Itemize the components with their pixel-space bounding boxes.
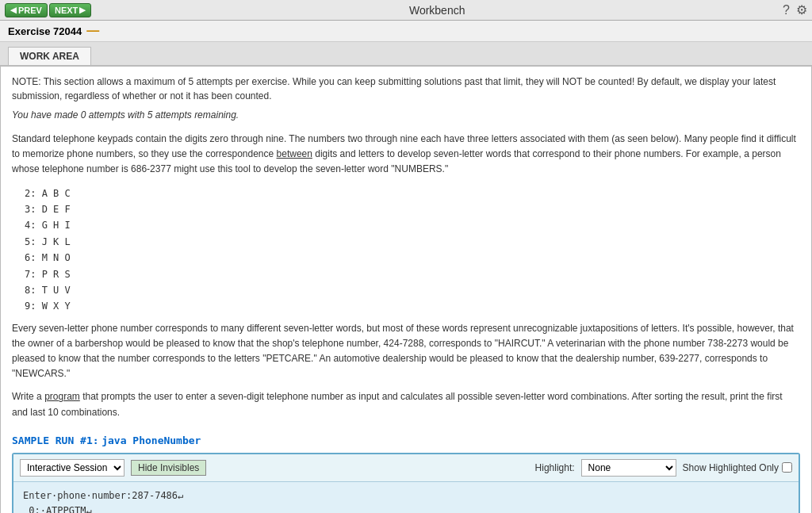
help-icon[interactable]: ? — [783, 3, 790, 17]
session-toolbar: Interactive Session Hide Invisibles High… — [13, 454, 799, 482]
workbench-title: Workbench — [409, 4, 465, 17]
nav-buttons: ◀ PREV NEXT ▶ — [5, 3, 91, 17]
exercise-id: Exercise 72044 — [8, 25, 82, 37]
problem-paragraph-3: Write a program that prompts the user to… — [12, 389, 800, 419]
problem-paragraph-2: Every seven-letter phone number correspo… — [12, 321, 800, 382]
prev-label: PREV — [18, 6, 42, 15]
session-panel: Interactive Session Hide Invisibles High… — [12, 453, 800, 513]
keypad-item-7: 7: P R S — [25, 266, 800, 282]
session-type-select[interactable]: Interactive Session — [20, 459, 124, 477]
attempts-text: You have made 0 attempts with 5 attempts… — [12, 109, 800, 121]
highlight-select[interactable]: None — [581, 459, 676, 477]
keypad-item-3: 3: D E F — [25, 201, 800, 217]
top-bar: ◀ PREV NEXT ▶ Workbench ? ⚙ — [0, 0, 812, 21]
keypad-item-9: 9: W X Y — [25, 298, 800, 314]
prev-button[interactable]: ◀ PREV — [5, 3, 48, 17]
keypad-item-8: 8: T U V — [25, 282, 800, 298]
prev-arrow-icon: ◀ — [10, 6, 17, 14]
keypad-list: 2: A B C 3: D E F 4: G H I 5: J K L 6: M… — [25, 186, 800, 315]
next-label: NEXT — [55, 6, 78, 15]
next-button[interactable]: NEXT ▶ — [49, 3, 91, 17]
show-highlighted-text: Show Highlighted Only — [683, 462, 779, 473]
exercise-header: Exercise 72044 — — [0, 21, 812, 42]
main-content: NOTE: This section allows a maximum of 5… — [0, 66, 812, 513]
between-underline: between — [277, 148, 312, 159]
keypad-item-5: 5: J K L — [25, 234, 800, 250]
keypad-item-6: 6: M N O — [25, 250, 800, 266]
show-highlighted-label: Show Highlighted Only — [683, 462, 792, 473]
tab-bar: WORK AREA — [0, 42, 812, 66]
session-output: Enter·phone·number:287-7486↵ 0:·ATPPGTM↵… — [13, 482, 799, 513]
keypad-item-4: 4: G H I — [25, 217, 800, 233]
note-text: NOTE: This section allows a maximum of 5… — [12, 75, 800, 103]
work-area-tab[interactable]: WORK AREA — [8, 47, 91, 65]
dash-icon: — — [86, 24, 99, 38]
topbar-icons: ? ⚙ — [783, 2, 807, 17]
sample-run-code: java PhoneNumber — [102, 435, 201, 446]
hide-invisibles-button[interactable]: Hide Invisibles — [131, 460, 206, 476]
problem-paragraph-1: Standard telephone keypads contain the d… — [12, 132, 800, 178]
settings-icon[interactable]: ⚙ — [796, 2, 807, 17]
show-highlighted-checkbox[interactable] — [782, 462, 792, 473]
next-arrow-icon: ▶ — [79, 6, 86, 14]
highlight-label: Highlight: — [535, 462, 575, 473]
scrollable-area[interactable]: NOTE: This section allows a maximum of 5… — [1, 67, 811, 513]
keypad-item-2: 2: A B C — [25, 186, 800, 201]
sample-run-header: SAMPLE RUN #1: java PhoneNumber — [12, 435, 800, 446]
program-underline: program — [44, 391, 80, 402]
sample-run-label: SAMPLE RUN #1: — [12, 435, 99, 446]
